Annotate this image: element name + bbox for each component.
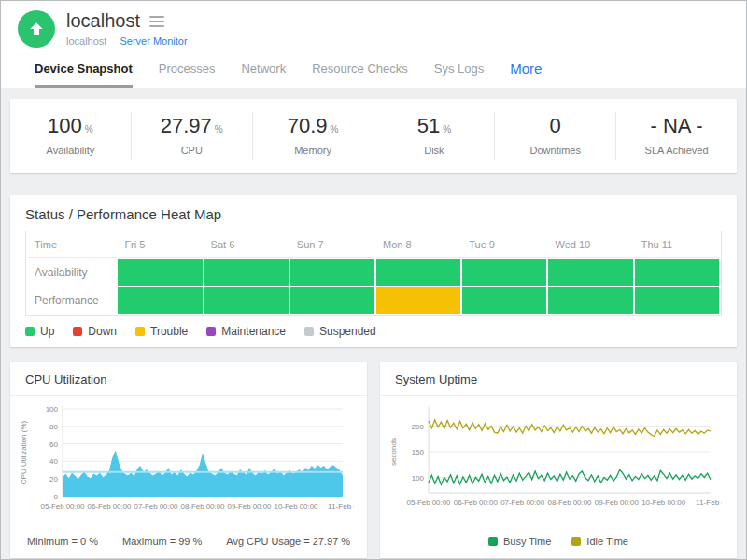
svg-text:11-Feb 0: 11-Feb 0 — [328, 502, 354, 511]
heatmap-cell-availability-sun-7[interactable] — [290, 259, 374, 286]
stat-availability: 100%Availability — [10, 112, 132, 160]
cpu-minimum: Minimum = 0 % — [27, 536, 98, 547]
tab-processes[interactable]: Processes — [159, 62, 216, 88]
heatmap-row-availability: Availability — [28, 259, 116, 286]
stat-value: - NA - — [616, 114, 737, 138]
stat-number: 27.97 — [161, 114, 212, 137]
charts-row: CPU Utilization 02040608010005-Feb 00:00… — [10, 362, 737, 558]
heatmap-cell-availability-sat-6[interactable] — [204, 259, 289, 286]
heatmap-cell-availability-wed-10[interactable] — [548, 259, 632, 286]
heatmap-cell-availability-mon-8[interactable] — [376, 259, 460, 286]
svg-text:100: 100 — [412, 474, 425, 483]
page-header: localhost localhost Server Monitor Devic… — [1, 1, 746, 88]
heatmap-cell-performance-wed-10[interactable] — [548, 287, 632, 314]
stat-value: 51% — [374, 114, 494, 138]
tab-network[interactable]: Network — [241, 62, 286, 88]
uptime-legend: Busy TimeIdle Time — [388, 536, 729, 547]
legend-item-suspended: Suspended — [304, 325, 376, 338]
stat-unit: % — [331, 124, 339, 134]
cpu-chart-title: CPU Utilization — [10, 362, 367, 396]
legend-label: Maintenance — [221, 325, 286, 338]
series-legend-busy-time[interactable]: Busy Time — [488, 536, 551, 547]
heatmap-cell-availability-fri-5[interactable] — [118, 259, 202, 286]
system-uptime-chart: 10015020005-Feb 00:0006-Feb 00:0007-Feb … — [388, 401, 722, 519]
stat-number: 51 — [417, 114, 440, 137]
hamburger-menu-icon[interactable] — [149, 13, 164, 30]
server-monitor-link[interactable]: Server Monitor — [120, 35, 187, 47]
heatmap-col-mon-8: Mon 8 — [376, 233, 460, 258]
svg-text:20: 20 — [49, 475, 58, 483]
stat-number: 70.9 — [288, 114, 328, 137]
series-swatch-busy-time — [488, 537, 498, 546]
stat-label: SLA Achieved — [616, 145, 737, 156]
legend-item-up: Up — [25, 325, 54, 338]
stat-number: 0 — [550, 114, 561, 137]
svg-text:11-Feb 0: 11-Feb 0 — [696, 498, 722, 507]
svg-text:100: 100 — [46, 405, 59, 413]
up-arrow-icon — [28, 21, 45, 37]
legend-label: Suspended — [319, 325, 376, 338]
svg-text:06-Feb 00:00: 06-Feb 00:00 — [454, 498, 499, 507]
svg-text:10-Feb 00:00: 10-Feb 00:00 — [275, 502, 319, 511]
breadcrumb-host: localhost — [66, 35, 106, 47]
stat-label: CPU — [132, 145, 252, 156]
page-title: localhost — [66, 10, 140, 32]
heatmap-cell-performance-mon-8[interactable] — [376, 287, 460, 314]
heatmap-col-wed-10: Wed 10 — [548, 233, 632, 258]
svg-text:06-Feb 00:00: 06-Feb 00:00 — [88, 502, 133, 511]
svg-text:seconds: seconds — [389, 438, 398, 466]
heatmap-col-sat-6: Sat 6 — [204, 233, 289, 258]
stat-label: Availability — [10, 145, 131, 156]
svg-text:09-Feb 00:00: 09-Feb 00:00 — [228, 502, 273, 511]
stat-label: Disk — [374, 145, 494, 156]
heatmap-cell-performance-thu-11[interactable] — [635, 287, 719, 314]
tab-resource-checks[interactable]: Resource Checks — [312, 62, 408, 88]
heatmap-table: TimeFri 5Sat 6Sun 7Mon 8Tue 9Wed 10Thu 1… — [25, 231, 722, 316]
tab-device-snapshot[interactable]: Device Snapshot — [35, 62, 133, 88]
stats-summary-card: 100%Availability27.97%CPU70.9%Memory51%D… — [10, 99, 737, 173]
tab-more[interactable]: More — [510, 61, 542, 88]
heatmap-col-sun-7: Sun 7 — [290, 233, 374, 258]
legend-label: Up — [40, 325, 54, 338]
svg-text:10-Feb 00:00: 10-Feb 00:00 — [641, 498, 686, 507]
heatmap-cell-availability-thu-11[interactable] — [635, 259, 719, 286]
stat-number: 100 — [48, 114, 82, 137]
svg-text:08-Feb 00:00: 08-Feb 00:00 — [181, 502, 226, 511]
svg-text:08-Feb 00:00: 08-Feb 00:00 — [548, 498, 593, 507]
stat-unit: % — [85, 124, 93, 134]
heatmap-cell-performance-sat-6[interactable] — [204, 287, 289, 314]
heatmap-cell-performance-tue-9[interactable] — [462, 287, 546, 314]
cpu-summary: Minimum = 0 %Maximum = 99 %Avg CPU Usage… — [18, 536, 359, 547]
legend-swatch-maintenance — [206, 327, 216, 336]
svg-text:05-Feb 00:00: 05-Feb 00:00 — [407, 498, 452, 507]
cpu-maximum: Maximum = 99 % — [122, 536, 202, 547]
heatmap-card: Status / Performance Heat Map TimeFri 5S… — [10, 195, 737, 347]
heatmap-col-time: Time — [28, 233, 116, 258]
heatmap-title: Status / Performance Heat Map — [25, 206, 722, 231]
stat-value: 27.97% — [132, 114, 252, 138]
svg-text:40: 40 — [49, 457, 58, 466]
svg-text:60: 60 — [49, 441, 58, 449]
stat-label: Memory — [253, 145, 374, 156]
stat-downtimes: 0Downtimes — [495, 112, 616, 160]
heatmap-col-thu-11: Thu 11 — [635, 233, 719, 258]
heatmap-col-tue-9: Tue 9 — [462, 233, 546, 258]
cpu-utilization-chart: 02040608010005-Feb 00:0006-Feb 00:0007-F… — [18, 401, 354, 525]
svg-text:07-Feb 00:00: 07-Feb 00:00 — [134, 502, 179, 511]
legend-swatch-up — [25, 327, 35, 336]
series-legend-idle-time[interactable]: Idle Time — [571, 536, 628, 547]
legend-swatch-trouble — [135, 327, 145, 336]
series-swatch-idle-time — [571, 537, 581, 546]
stat-value: 70.9% — [253, 114, 374, 138]
legend-item-trouble: Trouble — [135, 325, 188, 338]
legend-item-maintenance: Maintenance — [206, 325, 286, 338]
tab-sys-logs[interactable]: Sys Logs — [434, 62, 484, 88]
heatmap-cell-performance-fri-5[interactable] — [118, 287, 202, 314]
heatmap-cell-availability-tue-9[interactable] — [462, 259, 546, 286]
svg-text:CPU Utilization (%): CPU Utilization (%) — [20, 420, 28, 484]
svg-text:150: 150 — [412, 448, 425, 456]
svg-text:07-Feb 00:00: 07-Feb 00:00 — [500, 498, 545, 507]
heatmap-cell-performance-sun-7[interactable] — [290, 287, 374, 314]
svg-text:0: 0 — [54, 493, 59, 501]
heatmap-row-performance: Performance — [28, 287, 116, 314]
